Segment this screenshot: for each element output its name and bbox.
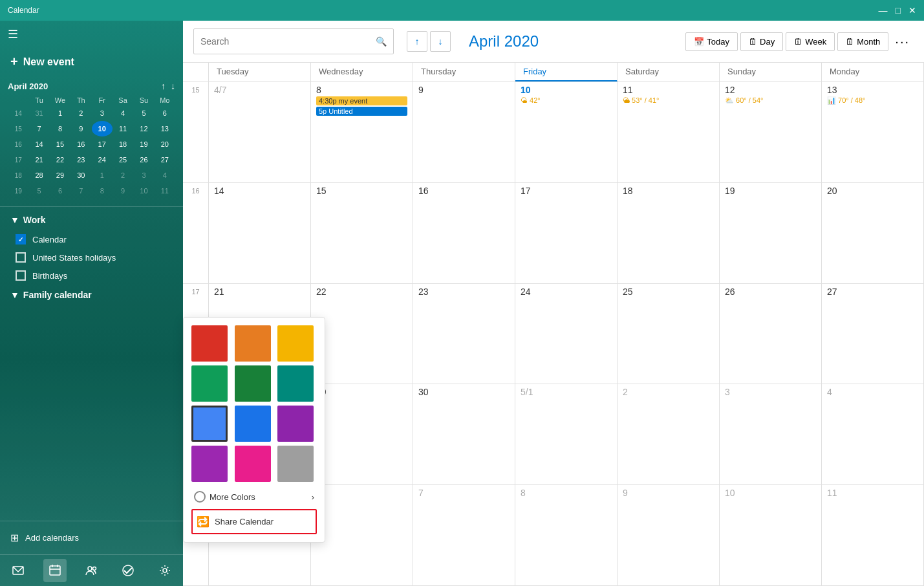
mini-cal-day[interactable]: 7 xyxy=(70,183,91,199)
mini-cal-day[interactable]: 6 xyxy=(155,105,175,121)
calendar-event[interactable]: 5p Untitled xyxy=(316,107,407,116)
day-cell[interactable]: 16 xyxy=(413,183,515,283)
day-cell[interactable]: 11🌥 53° / 41° xyxy=(618,82,720,182)
mini-cal-day[interactable]: 23 xyxy=(70,152,91,168)
day-cell[interactable]: 4/7 xyxy=(209,82,311,182)
week-button[interactable]: 🗓 Week xyxy=(786,32,835,51)
color-swatch[interactable] xyxy=(277,325,314,362)
color-swatch[interactable] xyxy=(235,406,271,442)
color-swatch[interactable] xyxy=(277,446,314,482)
mini-cal-day[interactable]: 28 xyxy=(28,168,49,183)
sidebar-item-birthdays[interactable]: Birthdays xyxy=(0,266,183,285)
day-cell[interactable]: 19 xyxy=(720,183,822,283)
mini-cal-day[interactable]: 5 xyxy=(133,105,154,121)
mini-cal-day[interactable]: 10 xyxy=(133,183,154,199)
mini-cal-day[interactable]: 4 xyxy=(113,105,133,121)
mini-cal-day[interactable]: 8 xyxy=(92,183,113,199)
add-calendars-button[interactable]: ⊞ Add calendars xyxy=(0,526,183,549)
color-swatch[interactable] xyxy=(191,365,228,402)
color-swatch[interactable] xyxy=(191,446,228,482)
sidebar-item-us-holidays[interactable]: United States holidays xyxy=(0,248,183,266)
nav-mail[interactable] xyxy=(6,559,30,582)
search-box[interactable]: 🔍 xyxy=(193,28,394,54)
day-cell[interactable]: 6 xyxy=(311,485,413,585)
today-button[interactable]: 📅 Today xyxy=(685,32,738,51)
day-cell[interactable]: 26 xyxy=(720,284,822,384)
mini-cal-day[interactable]: 6 xyxy=(50,183,70,199)
day-cell[interactable]: 10 xyxy=(720,485,822,585)
more-options-button[interactable]: ··· xyxy=(891,32,914,51)
day-cell[interactable]: 25 xyxy=(618,284,720,384)
day-cell[interactable]: 9 xyxy=(618,485,720,585)
mini-cal-day[interactable]: 8 xyxy=(50,121,70,136)
mini-cal-day[interactable]: 29 xyxy=(50,168,70,183)
sidebar-item-calendar[interactable]: Calendar xyxy=(0,230,183,248)
color-swatch[interactable] xyxy=(191,406,228,442)
nav-down-button[interactable]: ↓ xyxy=(430,31,451,52)
color-swatch[interactable] xyxy=(235,325,271,362)
day-cell[interactable]: 29 xyxy=(311,384,413,484)
mini-cal-day[interactable]: 21 xyxy=(28,152,49,168)
close-btn[interactable]: ✕ xyxy=(908,5,916,16)
mini-cal-day[interactable]: 20 xyxy=(155,136,175,152)
calendar-checkbox[interactable] xyxy=(16,234,26,244)
nav-calendar[interactable] xyxy=(43,559,67,582)
color-swatch[interactable] xyxy=(191,325,228,362)
mini-cal-day[interactable]: 3 xyxy=(92,105,113,121)
day-cell[interactable]: 24 xyxy=(515,284,618,384)
day-cell[interactable]: 23 xyxy=(413,284,515,384)
day-cell[interactable]: 9 xyxy=(413,82,515,182)
day-cell[interactable]: 17 xyxy=(515,183,618,283)
mini-cal-day[interactable]: 31 xyxy=(28,105,49,121)
mini-cal-day[interactable]: 16 xyxy=(70,136,91,152)
mini-cal-day[interactable]: 7 xyxy=(28,121,49,136)
mini-cal-day[interactable]: 22 xyxy=(50,152,70,168)
window-controls[interactable]: — □ ✕ xyxy=(879,5,916,16)
maximize-btn[interactable]: □ xyxy=(896,5,901,16)
mini-cal-day[interactable]: 11 xyxy=(155,183,175,199)
day-cell[interactable]: 11 xyxy=(822,485,924,585)
day-cell[interactable]: 3 xyxy=(720,384,822,484)
mini-cal-day[interactable]: 9 xyxy=(70,121,91,136)
search-input[interactable] xyxy=(200,36,371,47)
birthdays-checkbox[interactable] xyxy=(16,270,26,281)
day-cell[interactable]: 27 xyxy=(822,284,924,384)
calendar-event[interactable]: 4:30p my event xyxy=(316,96,407,105)
mini-cal-day[interactable]: 12 xyxy=(133,121,154,136)
color-swatch[interactable] xyxy=(277,365,314,402)
mini-cal-day[interactable]: 2 xyxy=(70,105,91,121)
day-button[interactable]: 🗓 Day xyxy=(740,32,783,51)
mini-cal-day[interactable]: 4 xyxy=(155,168,175,183)
minimize-btn[interactable]: — xyxy=(879,5,888,16)
mini-cal-day[interactable]: 11 xyxy=(113,121,133,136)
day-cell[interactable]: 7 xyxy=(413,485,515,585)
nav-settings[interactable] xyxy=(153,559,177,582)
mini-cal-day[interactable]: 19 xyxy=(133,136,154,152)
us-holidays-checkbox[interactable] xyxy=(16,252,26,263)
mini-cal-nav[interactable]: ↑ ↓ xyxy=(161,81,175,91)
mini-cal-next[interactable]: ↓ xyxy=(171,81,175,91)
day-cell[interactable]: 14 xyxy=(209,183,311,283)
new-event-button[interactable]: + New event xyxy=(0,48,183,76)
mini-cal-day[interactable]: 17 xyxy=(92,136,113,152)
mini-cal-day[interactable]: 2 xyxy=(113,168,133,183)
mini-cal-day[interactable]: 30 xyxy=(70,168,91,183)
mini-cal-day[interactable]: 1 xyxy=(92,168,113,183)
mini-cal-day[interactable]: 24 xyxy=(92,152,113,168)
day-cell[interactable]: 15 xyxy=(311,183,413,283)
nav-up-button[interactable]: ↑ xyxy=(407,31,427,52)
day-cell[interactable]: 12⛅ 60° / 54° xyxy=(720,82,822,182)
mini-cal-day[interactable]: 9 xyxy=(113,183,133,199)
day-cell[interactable]: 13📊 70° / 48° xyxy=(822,82,924,182)
more-colors-row[interactable]: More Colors › xyxy=(191,487,317,506)
color-swatch[interactable] xyxy=(235,365,271,402)
mini-cal-day[interactable]: 18 xyxy=(113,136,133,152)
mini-cal-day[interactable]: 25 xyxy=(113,152,133,168)
mini-cal-day[interactable]: 14 xyxy=(28,136,49,152)
mini-cal-day[interactable]: 15 xyxy=(50,136,70,152)
mini-cal-day[interactable]: 27 xyxy=(155,152,175,168)
share-calendar-row[interactable]: 🔁 Share Calendar xyxy=(191,509,317,534)
mini-cal-day[interactable]: 1 xyxy=(50,105,70,121)
sidebar-section-work[interactable]: ▼ Work xyxy=(0,210,183,230)
hamburger-button[interactable]: ☰ xyxy=(0,21,183,48)
